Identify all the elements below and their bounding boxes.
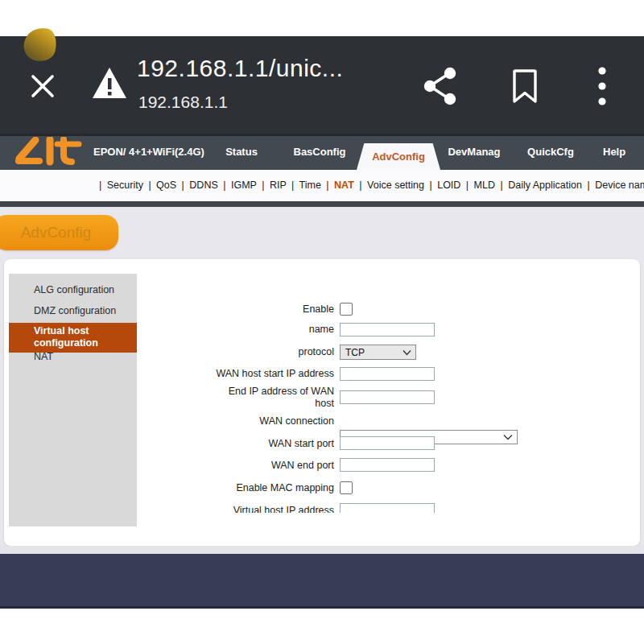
wan-connection-label: WAN connection bbox=[201, 415, 334, 427]
screen: 192.168.1.1/unic... 192.168.1.1 EP bbox=[0, 0, 644, 644]
separator: | bbox=[262, 180, 264, 191]
subnav-item-igmp[interactable]: IGMP bbox=[231, 180, 257, 191]
sidebar-item-virtual-host-configuration[interactable]: Virtual host configuration bbox=[9, 323, 137, 353]
separator: | bbox=[500, 180, 502, 191]
enable-mac-mapping-checkbox[interactable] bbox=[340, 481, 353, 494]
footer-bar bbox=[0, 554, 644, 609]
subnav-item-voice-setting[interactable]: Voice setting bbox=[367, 180, 424, 191]
tab-devmanag[interactable]: DevManag bbox=[438, 134, 510, 170]
sidebar-item-dmz-configuration[interactable]: DMZ configuration bbox=[9, 305, 137, 317]
wan-end-port-label: WAN end port bbox=[201, 460, 334, 472]
separator: | bbox=[326, 180, 328, 191]
subnav-item-device-naming[interactable]: Device naming bbox=[595, 180, 644, 191]
footer-divider bbox=[0, 546, 644, 554]
subnav-items: | Security | QoS | DDNS | IGMP | RIP | T… bbox=[97, 170, 644, 201]
tab-status[interactable]: Status bbox=[205, 134, 278, 170]
separator: | bbox=[429, 180, 431, 191]
subnav-item-nat[interactable]: NAT bbox=[334, 180, 354, 191]
separator: | bbox=[359, 180, 361, 191]
subnav-item-mld[interactable]: MLD bbox=[474, 180, 495, 191]
subnav-item-loid[interactable]: LOID bbox=[437, 180, 460, 191]
end-ip-of-wan-host-input[interactable] bbox=[340, 390, 435, 404]
protocol-label: protocol bbox=[201, 346, 334, 358]
tab-quickcfg[interactable]: QuickCfg bbox=[514, 134, 587, 170]
wan-host-start-ip-input[interactable] bbox=[340, 367, 435, 381]
chevron-down-icon bbox=[503, 434, 513, 440]
separator: | bbox=[466, 180, 469, 191]
zte-logo bbox=[13, 137, 87, 167]
device-model-label: EPON/ 4+1+WiFi(2.4G) bbox=[93, 134, 204, 170]
sidebar-item-nat[interactable]: NAT bbox=[9, 351, 137, 363]
tab-help[interactable]: Help bbox=[603, 134, 644, 170]
close-icon[interactable] bbox=[27, 71, 58, 101]
subnav-item-qos[interactable]: QoS bbox=[156, 180, 176, 191]
url-title[interactable]: 192.168.1.1/unic... bbox=[137, 55, 394, 82]
subnav-item-daily-application[interactable]: Daily Application bbox=[508, 180, 582, 191]
url-subtitle: 192.168.1.1 bbox=[138, 93, 228, 112]
subnav: | Security | QoS | DDNS | IGMP | RIP | T… bbox=[0, 170, 644, 201]
separator: | bbox=[587, 180, 589, 191]
subnav-item-rip[interactable]: RIP bbox=[270, 180, 287, 191]
separator: | bbox=[291, 180, 294, 191]
sidebar: ALG configuration DMZ configuration Virt… bbox=[9, 274, 137, 526]
virtual-host-ip-label: Virtual host IP address bbox=[201, 505, 334, 513]
separator: | bbox=[223, 180, 225, 191]
subnav-item-ddns[interactable]: DDNS bbox=[189, 180, 217, 191]
enable-mac-mapping-label: Enable MAC mapping bbox=[201, 482, 334, 494]
subnav-item-time[interactable]: Time bbox=[299, 180, 321, 191]
wan-start-port-input[interactable] bbox=[340, 436, 435, 450]
wan-host-start-ip-label: WAN host start IP address bbox=[201, 368, 334, 380]
overflow-menu-icon[interactable] bbox=[594, 64, 610, 108]
tab-basconfig[interactable]: BasConfig bbox=[283, 134, 356, 170]
status-area bbox=[0, 0, 644, 36]
main-panel: ALG configuration DMZ configuration Virt… bbox=[4, 259, 640, 546]
sidebar-item-alg-configuration[interactable]: ALG configuration bbox=[9, 284, 137, 296]
chevron-down-icon bbox=[402, 349, 411, 356]
end-ip-of-wan-host-label: End IP address of WAN host bbox=[213, 386, 334, 410]
share-icon[interactable] bbox=[423, 67, 458, 105]
enable-label: Enable bbox=[201, 303, 334, 316]
bookmark-icon[interactable] bbox=[510, 68, 539, 105]
separator: | bbox=[99, 180, 101, 191]
protocol-select[interactable]: TCP bbox=[340, 345, 416, 360]
name-input[interactable] bbox=[340, 323, 435, 336]
protocol-value: TCP bbox=[345, 345, 365, 360]
subnav-item-security[interactable]: Security bbox=[107, 180, 143, 191]
bottom-margin bbox=[0, 609, 644, 644]
wan-end-port-input[interactable] bbox=[340, 458, 435, 472]
tab-advconfig[interactable]: AdvConfig bbox=[357, 143, 440, 170]
divider-bar bbox=[0, 201, 644, 207]
separator: | bbox=[182, 180, 184, 191]
enable-checkbox[interactable] bbox=[340, 303, 353, 316]
virtual-host-ip-input[interactable] bbox=[340, 503, 435, 513]
security-warning-icon[interactable] bbox=[91, 66, 128, 100]
separator: | bbox=[148, 180, 151, 191]
virtual-host-form: Enable name protocol TCP WAN host start … bbox=[201, 298, 539, 513]
wan-start-port-label: WAN start port bbox=[201, 438, 334, 450]
name-label: name bbox=[201, 324, 334, 336]
advconfig-section-button[interactable]: AdvConfig bbox=[0, 215, 118, 250]
